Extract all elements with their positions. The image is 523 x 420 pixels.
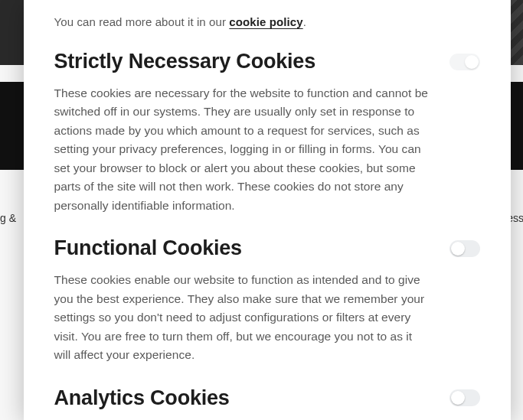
- intro-text: You can read more about it in our cookie…: [54, 15, 480, 28]
- toggle-functional[interactable]: [449, 240, 480, 257]
- cookie-modal: You can read more about it in our cookie…: [24, 0, 511, 420]
- section-body-functional: These cookies enable our website to func…: [54, 271, 430, 364]
- toggle-knob: [451, 242, 465, 256]
- section-title-strict: Strictly Necessary Cookies: [54, 50, 316, 73]
- toggle-knob: [451, 391, 465, 405]
- section-functional: Functional Cookies These cookies enable …: [54, 236, 480, 364]
- cookie-modal-content: You can read more about it in our cookie…: [41, 0, 494, 420]
- cookie-modal-backdrop: You can read more about it in our cookie…: [0, 0, 523, 420]
- toggle-analytics[interactable]: [449, 389, 480, 406]
- section-body-strict: These cookies are necessary for the webs…: [54, 84, 430, 215]
- section-head-analytics: Analytics Cookies: [54, 386, 480, 410]
- cookie-policy-link[interactable]: cookie policy: [229, 15, 302, 28]
- intro-suffix: .: [303, 15, 306, 28]
- section-head-functional: Functional Cookies: [54, 236, 480, 260]
- toggle-strictly-necessary: [449, 54, 480, 70]
- section-head-strict: Strictly Necessary Cookies: [54, 50, 480, 73]
- intro-prefix: You can read more about it in our: [54, 15, 230, 28]
- section-title-analytics: Analytics Cookies: [54, 386, 230, 410]
- section-title-functional: Functional Cookies: [54, 236, 242, 260]
- section-strictly-necessary: Strictly Necessary Cookies These cookies…: [54, 50, 480, 215]
- toggle-knob: [465, 55, 479, 69]
- section-analytics: Analytics Cookies These cookies allow us…: [54, 386, 480, 420]
